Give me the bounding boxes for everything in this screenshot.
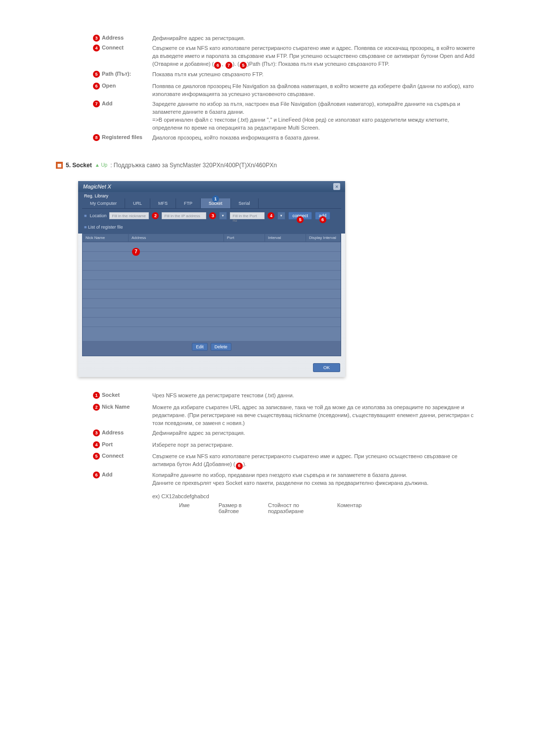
num-badge: 3 [93, 429, 100, 436]
def-label: Socket [102, 392, 120, 398]
def-label: Address [102, 35, 124, 41]
def-label: Connect [102, 453, 124, 459]
callout-icon: 1 [212, 195, 219, 202]
ip-select[interactable]: ▾ [219, 212, 227, 220]
def-item: 6Add Копирайте данните по избор, предава… [93, 472, 480, 487]
num-badge: 8 [93, 134, 100, 141]
def-body: Диалогов прозорец, който показва информа… [152, 134, 480, 142]
def-body: Показва пътя към успешно свързаното FTP. [152, 71, 480, 79]
def-body: Чрез NFS можете да регистрирате текстови… [152, 392, 480, 400]
callout-icon: 3 [209, 212, 216, 219]
col-address: Address [129, 234, 224, 241]
list-body: 7 [83, 242, 341, 341]
def-label: Open [102, 83, 116, 89]
definition-list-1: 3Address Дефинирайте адрес за регистраци… [93, 35, 480, 142]
num-badge: 2 [93, 404, 100, 411]
callout-icon: 4 [267, 212, 274, 219]
callout-icon: 2 [152, 212, 159, 219]
nickname-input[interactable]: Fill in the nickname [109, 212, 149, 219]
def-label: Path (Път): [102, 71, 131, 77]
num-badge: 4 [93, 45, 100, 51]
up-link[interactable]: ▲ Up [95, 162, 107, 168]
def-body: Дефинирайте адрес за регистрация. [152, 35, 480, 43]
def-item: 8Registered files Диалогов прозорец, кой… [93, 134, 480, 142]
def-body: Можете да избирате съкратен URL адрес за… [152, 404, 480, 427]
num-badge: 3 [93, 35, 100, 42]
num-badge: 5 [93, 453, 100, 460]
def-body: Копирайте данните по избор, предавани пр… [152, 472, 480, 487]
inline-ref-icon: 6 [214, 62, 221, 69]
def-item: 3Address Дефинирайте адрес за регистраци… [93, 429, 480, 437]
col-port: Port [224, 234, 265, 241]
close-icon[interactable]: × [333, 183, 340, 190]
section-icon: ▦ [56, 162, 63, 169]
def-body: Свържете се към NFS като използвате реги… [152, 45, 480, 69]
example-table-header: Име Размер в байтове Стойност по подразб… [179, 502, 480, 514]
def-label: Add [102, 472, 112, 477]
tab-url[interactable]: URL [125, 198, 150, 208]
add-button[interactable]: add6 [315, 212, 330, 220]
col-display-interval: Display Interval [306, 234, 341, 241]
def-label: Add [102, 100, 112, 106]
example-caption: ex) CX12abcdefghabcd [152, 493, 480, 499]
callout-icon: 5 [297, 216, 304, 223]
def-label: Address [102, 429, 124, 435]
def-body: Заредете данните по избор за пътя, настр… [152, 100, 480, 132]
def-body: Изберете порт за регистриране. [152, 441, 480, 449]
list-label: List of register file [88, 225, 123, 230]
def-label: Connect [102, 45, 124, 50]
def-body: Дефинирайте адрес за регистрация. [152, 429, 480, 437]
def-item: 5Path (Път): Показва пътя към успешно св… [93, 71, 480, 79]
col-nick: Nick Name [83, 234, 129, 241]
definition-list-2: 1Socket Чрез NFS можете да регистрирате … [93, 392, 480, 487]
def-item: 7Add Заредете данните по избор за пътя, … [93, 100, 480, 132]
num-badge: 6 [93, 472, 100, 478]
def-body: Свържете се към NFS като използвате реги… [152, 453, 480, 469]
bullet-icon: ■ [84, 213, 87, 218]
reg-library-panel: MagicNet X × Reg. Library My Computer UR… [78, 181, 345, 377]
tab-my-computer[interactable]: My Computer [82, 198, 125, 208]
def-item: 6Open Появява се диалогов прозорец File … [93, 83, 480, 98]
ip-input[interactable]: Fill in the IP address [162, 212, 206, 219]
edit-button[interactable]: Edit [192, 343, 208, 351]
tab-socket[interactable]: 1Socket [201, 198, 231, 208]
location-label: Location [89, 213, 106, 218]
num-badge: 1 [93, 392, 100, 399]
callout-icon: 6 [319, 216, 326, 223]
def-item: 2Nick Name Можете да избирате съкратен U… [93, 404, 480, 427]
register-file-table: Nick Name Address Port Interval Display … [82, 234, 341, 356]
callout-icon: 7 [132, 248, 140, 256]
panel-subtab: Reg. Library [82, 192, 341, 198]
ok-button[interactable]: OK [313, 363, 340, 372]
inline-ref-icon: 6 [236, 463, 243, 470]
def-item: 4Port Изберете порт за регистриране. [93, 441, 480, 449]
def-label: Registered files [102, 134, 142, 140]
panel-tab-row: My Computer URL MFS FTP 1Socket Serial [82, 198, 341, 209]
num-badge: 4 [93, 441, 100, 448]
delete-button[interactable]: Delete [211, 343, 231, 351]
num-badge: 7 [93, 100, 100, 107]
tab-ftp[interactable]: FTP [176, 198, 201, 208]
def-label: Port [102, 441, 113, 447]
def-item: 3Address Дефинирайте адрес за регистраци… [93, 35, 480, 43]
num-badge: 6 [93, 83, 100, 90]
def-label: Nick Name [102, 404, 130, 410]
tab-serial[interactable]: Serial [231, 198, 259, 208]
port-input[interactable]: Fill in the Port nu [230, 212, 265, 219]
panel-title: MagicNet X [83, 184, 111, 189]
col-interval: Interval [265, 234, 306, 241]
num-badge: 5 [93, 71, 100, 78]
port-select[interactable]: ▾ [277, 212, 285, 220]
connect-button[interactable]: connect5 [288, 212, 312, 220]
section-heading: ▦ 5. Socket ▲ Up : Поддръжка само за Syn… [56, 162, 480, 169]
def-body: Появява се диалогов прозорец File Naviga… [152, 83, 480, 98]
def-item: 5Connect Свържете се към NFS като използ… [93, 453, 480, 469]
inline-ref-icon: 7 [225, 62, 232, 69]
def-item: 1Socket Чрез NFS можете да регистрирате … [93, 392, 480, 400]
bullet-icon: ■ [84, 225, 87, 230]
def-item: 4Connect Свържете се към NFS като използ… [93, 45, 480, 69]
inline-ref-icon: 5 [240, 62, 247, 69]
tab-mfs[interactable]: MFS [150, 198, 176, 208]
